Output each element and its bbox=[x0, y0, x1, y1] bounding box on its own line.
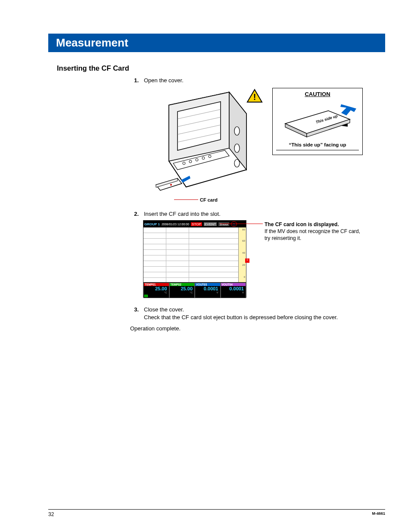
step-2-text: Insert the CF card into the slot. bbox=[144, 210, 385, 218]
ytick: 80 bbox=[242, 228, 245, 231]
reading-label: VOUT03 bbox=[195, 283, 220, 286]
cf-card-isometric: This side up bbox=[276, 100, 359, 139]
step-1-text: Open the cover. bbox=[144, 77, 385, 84]
reading-unit: °C bbox=[170, 291, 195, 294]
screen-interval: 1hour bbox=[218, 222, 229, 226]
device-screen: GROUP 1 2008/01/23 12:00:00 STOP EVENT 1… bbox=[143, 220, 246, 298]
svg-point-12 bbox=[202, 157, 205, 159]
step-3: 3. Close the cover. Check that the CF ca… bbox=[130, 306, 385, 321]
screen-status-bar: GROUP 1 2008/01/23 12:00:00 STOP EVENT 1… bbox=[143, 221, 246, 227]
content-block: 1. Open the cover. bbox=[130, 77, 385, 321]
completion-text: Operation complete. bbox=[130, 325, 385, 332]
reading-unit: V bbox=[221, 291, 246, 294]
caution-divider bbox=[276, 150, 359, 150]
caution-heading: CAUTION bbox=[276, 91, 359, 97]
step-3-number: 3. bbox=[130, 306, 139, 313]
ytick: 60 bbox=[242, 240, 245, 242]
cf-card-label: CF card bbox=[200, 197, 218, 202]
screen-stop-badge: STOP bbox=[191, 222, 202, 226]
reading-2: TEMP02 25.00 °C bbox=[169, 283, 195, 298]
reading-value: 0.0001 bbox=[195, 286, 220, 291]
screen-readings: TEMP01 25.00 °C H TEMP02 25.00 °C VOUT03… bbox=[143, 283, 246, 298]
reading-label: TEMP01 bbox=[144, 283, 169, 286]
svg-point-13 bbox=[209, 155, 211, 158]
reading-1: TEMP01 25.00 °C H bbox=[143, 283, 169, 298]
step-3-line2: Check that the CF card slot eject button… bbox=[144, 314, 338, 320]
step-3-text: Close the cover. Check that the CF card … bbox=[144, 306, 385, 321]
step-2-number: 2. bbox=[130, 211, 139, 217]
reading-label: VOUT04 bbox=[221, 283, 246, 286]
ytick: 20 bbox=[242, 264, 245, 266]
step-1: 1. Open the cover. bbox=[130, 77, 385, 84]
cf-card-leader-line bbox=[174, 199, 198, 200]
annotation-leader-line bbox=[220, 224, 263, 224]
svg-point-19 bbox=[170, 184, 172, 186]
section-heading: Inserting the CF Card bbox=[57, 64, 385, 72]
page-footer: 32 M-4661 bbox=[48, 509, 385, 517]
page-title-bar: Measurement bbox=[48, 34, 385, 52]
svg-point-11 bbox=[196, 159, 198, 161]
figure-screen: GROUP 1 2008/01/23 12:00:00 STOP EVENT 1… bbox=[143, 220, 367, 300]
page-title: Measurement bbox=[56, 36, 128, 49]
screen-event-badge: EVENT bbox=[204, 222, 217, 226]
caution-subtext: “This side up” facing up bbox=[276, 142, 359, 147]
figure-device-cfcard: CF card ! CAUTION This side up “This sid… bbox=[143, 88, 363, 204]
reading-value: 0.0001 bbox=[221, 286, 246, 291]
annotation-bold: The CF card icon is displayed. bbox=[265, 221, 364, 228]
reading-unit: °C bbox=[144, 291, 169, 294]
reading-4: VOUT04 0.0001 V bbox=[221, 283, 246, 298]
page-number: 32 bbox=[48, 511, 54, 517]
reading-value: 25.00 bbox=[170, 286, 195, 291]
device-drawing bbox=[143, 88, 259, 204]
screen-grid: 80 60 40 20 0 1 bbox=[143, 227, 246, 283]
svg-point-9 bbox=[183, 162, 185, 165]
caution-icon: ! bbox=[246, 89, 263, 103]
svg-point-10 bbox=[189, 160, 192, 163]
svg-text:!: ! bbox=[253, 92, 256, 102]
ytick: 40 bbox=[242, 252, 245, 254]
alarm-indicator: 1 bbox=[245, 258, 249, 263]
screen-yaxis: 80 60 40 20 0 1 bbox=[238, 227, 246, 282]
reading-3: VOUT03 0.0001 V bbox=[195, 283, 221, 298]
reading-unit: V bbox=[195, 291, 220, 294]
reading-value: 25.00 bbox=[144, 286, 169, 291]
step-3-line1: Close the cover. bbox=[144, 306, 184, 313]
annotation-text: If the MV does not recognize the CF card… bbox=[265, 228, 364, 242]
caution-box: CAUTION This side up “This side up” faci… bbox=[272, 88, 363, 155]
screen-group: GROUP 1 bbox=[144, 222, 160, 226]
reading-label: TEMP02 bbox=[170, 283, 195, 286]
svg-point-14 bbox=[234, 127, 240, 135]
high-badge: H bbox=[144, 295, 148, 297]
svg-point-15 bbox=[234, 144, 240, 152]
svg-marker-27 bbox=[340, 104, 356, 115]
step-2: 2. Insert the CF card into the slot. bbox=[130, 210, 385, 218]
svg-point-16 bbox=[234, 159, 240, 167]
screen-annotation: The CF card icon is displayed. If the MV… bbox=[265, 221, 364, 242]
screen-timestamp: 2008/01/23 12:00:00 bbox=[162, 223, 189, 226]
step-1-number: 1. bbox=[130, 77, 139, 84]
document-number: M-4661 bbox=[372, 511, 385, 517]
ytick: 0 bbox=[244, 276, 245, 278]
cf-card-icon: ◇ bbox=[231, 221, 237, 227]
